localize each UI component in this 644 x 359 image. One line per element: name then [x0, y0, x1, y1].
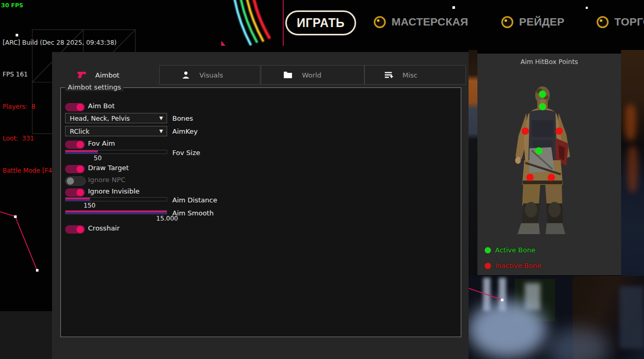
ignore-invisible-row: Ignore Invisible [65, 187, 85, 197]
aimbot-settings-group: Aimbot settings Aim Bot Head, Neck, Pelv… [60, 87, 461, 337]
aim-distance-value: 150 [84, 202, 96, 209]
inactive-bone-dot [485, 263, 491, 269]
fov-size-label: Fov Size [172, 149, 200, 157]
menu-item-label: РЕЙДЕР [519, 16, 564, 28]
background-rust-glow-2 [627, 146, 638, 193]
bones-dropdown[interactable]: Head, Neck, Pelvis ▼ [65, 113, 167, 123]
toggle-knob [77, 104, 84, 111]
coin-icon [501, 16, 513, 28]
player-model [477, 54, 621, 275]
hud-fps-counter: 30 FPS [1, 1, 23, 11]
aim-bot-label: Aim Bot [88, 102, 115, 110]
aim-distance-label: Aim Distance [172, 196, 217, 204]
coin-icon [374, 16, 386, 28]
aimkey-label: AimKey [172, 127, 198, 135]
bone-point-pelvis [535, 147, 542, 155]
coin-icon [597, 16, 609, 28]
aimkey-dropdown-value: RClick [66, 127, 159, 135]
inactive-bone-label: Inactive Bone [495, 262, 541, 270]
bone-point-left-shoulder [522, 127, 529, 135]
hud-build-info: [ARC] Build (Dec 28 2025, 09:43:38) [3, 32, 117, 48]
toggle-knob [77, 189, 84, 196]
legend-inactive-bone: Inactive Bone [485, 262, 541, 270]
fov-size-slider[interactable] [65, 150, 167, 154]
aim-distance-row: 150 Aim Distance [65, 197, 273, 210]
menu-item-label: МАСТЕРСКАЯ [392, 16, 468, 28]
tab-visuals-label: Visuals [199, 71, 223, 79]
bone-point-left-thigh [526, 174, 534, 181]
draw-target-label: Draw Target [88, 164, 129, 172]
background-floor [0, 311, 52, 359]
bone-point-head [539, 91, 546, 98]
background-snow-blob [469, 301, 547, 358]
aim-bot-toggle[interactable] [65, 103, 85, 111]
tab-aimbot[interactable]: Aimbot [77, 65, 119, 85]
game-screen: 30 FPS [ARC] Build (Dec 28 2025, 09:43:3… [0, 0, 644, 359]
active-bone-label: Active Bone [495, 246, 535, 254]
toggle-knob [77, 141, 84, 148]
tab-misc[interactable]: Misc [364, 65, 466, 85]
slider-fill [66, 150, 98, 153]
menu-item-trade[interactable]: ТОРГО [597, 16, 644, 28]
background-rust-glow [625, 104, 636, 140]
person-icon [181, 71, 191, 79]
folder-icon [283, 71, 293, 79]
toggle-knob [77, 226, 84, 233]
tab-misc-label: Misc [402, 71, 418, 79]
slider-fill [66, 211, 167, 214]
bones-label: Bones [172, 114, 193, 122]
bone-point-right-shoulder [555, 127, 563, 135]
menu-item-workshop[interactable]: МАСТЕРСКАЯ [374, 16, 468, 28]
group-title: Aimbot settings [65, 83, 123, 91]
aim-smooth-label: Aim Smooth [172, 209, 213, 217]
toggle-knob [77, 165, 84, 173]
tab-world-label: World [302, 71, 321, 79]
hitbox-panel: Aim HitBox Points [477, 54, 621, 275]
ignore-invisible-label: Ignore Invisible [88, 187, 140, 195]
chevron-down-icon: ▼ [159, 116, 167, 121]
fov-aim-toggle[interactable] [65, 140, 85, 149]
menu-item-raider[interactable]: РЕЙДЕР [501, 16, 564, 28]
bone-point-neck [539, 103, 546, 110]
playlist-add-icon [384, 71, 394, 79]
tab-world[interactable]: World [261, 65, 364, 85]
background-bottom-right-scene [469, 276, 644, 359]
draw-target-toggle[interactable] [65, 165, 85, 173]
aim-distance-slider[interactable] [65, 197, 167, 201]
aim-bot-row: Aim Bot [65, 101, 85, 112]
rainbow-logo-streak [221, 0, 289, 49]
toggle-knob [67, 177, 74, 185]
pistol-icon [77, 71, 86, 79]
crosshair-label: Crosshair [88, 224, 120, 232]
cheat-menu-panel: Aimbot Visuals World [52, 52, 469, 359]
slider-fill [66, 198, 90, 201]
legend-active-bone: Active Bone [485, 246, 535, 254]
aim-smooth-slider[interactable] [65, 210, 167, 214]
ignore-npc-row: Ignore NPC [65, 175, 86, 186]
aim-smooth-row: 15.000 Aim Smooth [65, 210, 273, 223]
bones-dropdown-value: Head, Neck, Pelvis [66, 114, 159, 122]
fov-size-row: 50 Fov Size [65, 150, 273, 162]
ignore-npc-toggle[interactable] [65, 176, 86, 186]
chevron-down-icon: ▼ [159, 129, 167, 134]
play-button[interactable]: ИГРАТЬ [285, 10, 356, 35]
fov-aim-label: Fov Aim [88, 139, 115, 147]
crosshair-row: Crosshair [65, 224, 85, 234]
aimkey-row: RClick ▼ AimKey [65, 126, 273, 136]
tab-aimbot-label: Aimbot [95, 71, 119, 79]
menu-item-label: ТОРГО [614, 16, 644, 28]
ignore-npc-label: Ignore NPC [88, 176, 125, 184]
bones-row: Head, Neck, Pelvis ▼ Bones [65, 113, 273, 123]
active-bone-dot [485, 247, 491, 253]
fov-aim-row: Fov Aim [65, 139, 85, 149]
crosshair-toggle[interactable] [65, 225, 85, 234]
aimkey-dropdown[interactable]: RClick ▼ [65, 126, 167, 136]
ignore-invisible-toggle[interactable] [65, 188, 85, 197]
draw-target-row: Draw Target [65, 163, 85, 174]
bone-point-right-thigh [548, 174, 555, 181]
tab-visuals[interactable]: Visuals [159, 65, 260, 85]
background-blue-cabinet [620, 286, 644, 349]
fov-size-value: 50 [94, 155, 102, 162]
